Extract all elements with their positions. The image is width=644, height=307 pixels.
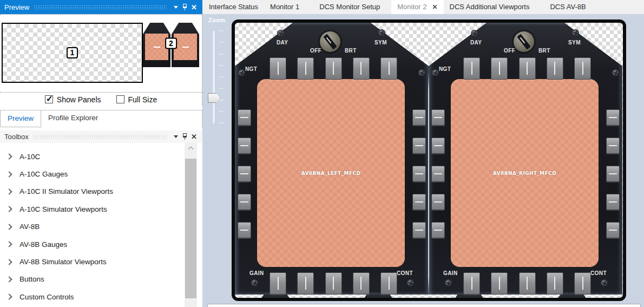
mfd-left-control[interactable]: DAY OFF BRT SYM NGT GAIN CONT AV8BNA_LEF… (235, 23, 429, 298)
toolbox-item-label: A-10C Simulator Viewports (19, 205, 107, 213)
chevron-down-icon[interactable] (171, 132, 180, 141)
mfd-button (297, 272, 314, 295)
mfd-thumbnail-screen (174, 34, 197, 60)
toolbox-scrollbar[interactable] (185, 143, 197, 307)
mfd-button (606, 194, 620, 210)
scrollbar-thumb[interactable] (185, 159, 196, 298)
zoom-slider-thumb[interactable] (208, 93, 220, 103)
mfd-button (297, 57, 314, 80)
screw-icon (471, 30, 478, 37)
screw-icon (238, 69, 245, 76)
tab-label: DCS AV-8B (550, 3, 586, 11)
tab-preview[interactable]: Preview (0, 110, 41, 127)
tab-dcs-av8b[interactable]: DCS AV-8B (544, 0, 592, 14)
mfd-foot (557, 295, 587, 299)
mfd-button (463, 57, 480, 80)
left-pane-tab-strip: Preview Profile Explorer (0, 110, 202, 127)
preview-pane-titlebar[interactable]: Preview ✕ (0, 0, 202, 14)
screw-icon (572, 29, 579, 36)
mfd-button (270, 272, 286, 295)
toolbox-item-a10c-gauges[interactable]: A-10C Gauges (0, 165, 202, 182)
day-label: DAY (277, 40, 288, 45)
slider-tick (219, 42, 224, 43)
gain-label: GAIN (249, 270, 264, 276)
mfd-top-buttons (270, 57, 397, 80)
toolbox-item-av8b-gauges[interactable]: AV-8B Gauges (0, 236, 202, 253)
close-icon[interactable]: ✕ (189, 132, 199, 141)
close-icon[interactable]: ✕ (432, 0, 437, 14)
tab-monitor-1[interactable]: Monitor 1 (264, 0, 305, 14)
chevron-right-icon (6, 171, 12, 177)
mfd-button (519, 272, 536, 295)
mfd-screen-viewport[interactable]: AV8BNA_RIGHT_MFCD (451, 79, 599, 267)
chevron-down-icon[interactable] (171, 3, 180, 12)
slider-tick (219, 54, 224, 55)
toolbox-item-av8b-simulator-viewports[interactable]: AV-8B Simulator Viewports (0, 253, 202, 270)
toolbox-item-label: AV-8B Simulator Viewports (19, 258, 107, 266)
monitor-2-preview[interactable]: 2 (143, 23, 199, 67)
tab-monitor-2[interactable]: Monitor 2 ✕ (391, 0, 443, 14)
checkbox-unchecked-icon[interactable] (116, 95, 124, 103)
brt-label: BRT (345, 48, 357, 54)
toolbox-item-custom-controls[interactable]: Custom Controls (0, 288, 202, 305)
left-dock-panel: Preview ✕ 1 2 Show Panels (0, 0, 202, 307)
mfd-left-buttons (431, 109, 445, 238)
mfd-button (238, 109, 251, 126)
toolbox-item-buttons[interactable]: Buttons (0, 271, 202, 288)
tab-dcs-additional-viewports[interactable]: DCS Additional Viewports (444, 0, 536, 14)
screw-icon (432, 69, 439, 76)
mfd-gap-highlight (428, 73, 429, 295)
checkbox-checked-icon[interactable] (45, 95, 53, 103)
toolbox-item-av8b[interactable]: AV-8B (0, 218, 202, 236)
scrollbar-up-arrow-icon[interactable] (185, 143, 197, 153)
screw-icon (378, 29, 385, 36)
mfd-button (574, 272, 591, 295)
screw-icon (407, 279, 414, 286)
monitor-canvas[interactable]: DAY OFF BRT SYM NGT GAIN CONT AV8BNA_LEF… (232, 19, 626, 301)
tab-label: Monitor 1 (270, 3, 299, 11)
day-label: DAY (470, 40, 482, 45)
toolbox-header[interactable]: Toolbox ✕ (0, 130, 202, 143)
slider-tick (219, 76, 224, 77)
main-document-area: Interface Status Monitor 1 DCS Monitor S… (202, 0, 644, 307)
chevron-right-icon (6, 294, 12, 300)
viewport-name: AV8BNA_LEFT_MFCD (301, 171, 361, 176)
mfd-button (380, 57, 397, 80)
tab-label: DCS Monitor Setup (319, 3, 380, 11)
toolbox-item-label: A-10C II Simulator Viewports (19, 187, 113, 195)
tab-interface-status[interactable]: Interface Status (203, 0, 264, 14)
toolbox-item-a10c[interactable]: A-10C (0, 148, 202, 165)
mfd-button (574, 57, 591, 80)
knob-pointer (517, 34, 531, 49)
close-icon[interactable]: ✕ (189, 3, 199, 12)
zoom-slider-track[interactable] (213, 30, 215, 124)
mfd-button (431, 194, 445, 210)
pin-icon[interactable] (180, 3, 189, 12)
pin-icon[interactable] (180, 132, 189, 141)
monitor-1-preview[interactable]: 1 (2, 23, 143, 83)
toolbox-title: Toolbox (4, 133, 29, 141)
mfd-button (491, 57, 508, 80)
titlebar-grip-texture (34, 5, 167, 10)
mfd-foot (364, 295, 393, 299)
chevron-right-icon (6, 188, 12, 194)
toolbox-item-a10c-simulator-viewports[interactable]: A-10C Simulator Viewports (0, 200, 202, 218)
mfd-bottom-buttons (270, 272, 397, 295)
mfd-button (325, 272, 342, 295)
toolbox-item-a10c-ii-simulator-viewports[interactable]: A-10C II Simulator Viewports (0, 183, 202, 200)
zoom-slider-ticks (219, 30, 224, 123)
tab-dcs-monitor-setup[interactable]: DCS Monitor Setup (313, 0, 386, 14)
mfd-right-control[interactable]: DAY OFF BRT SYM NGT GAIN CONT AV8BNA_RIG… (429, 23, 622, 298)
tab-profile-explorer[interactable]: Profile Explorer (41, 110, 105, 127)
full-size-checkbox[interactable]: Full Size (116, 95, 157, 104)
toolbox-pane: Toolbox ✕ A-10C A-10C Gauges A-10C II Si… (0, 130, 202, 307)
brt-label: BRT (538, 48, 550, 54)
show-panels-checkbox[interactable]: Show Panels (45, 95, 101, 104)
toolbox-item-label: A-10C (19, 153, 40, 161)
ngt-label: NGT (439, 66, 451, 72)
mfd-screen-viewport[interactable]: AV8BNA_LEFT_MFCD (257, 79, 405, 267)
mfd-button (412, 138, 426, 154)
mfd-button (238, 166, 251, 182)
mfd-button (606, 222, 620, 238)
bottom-docked-panel (207, 304, 641, 307)
